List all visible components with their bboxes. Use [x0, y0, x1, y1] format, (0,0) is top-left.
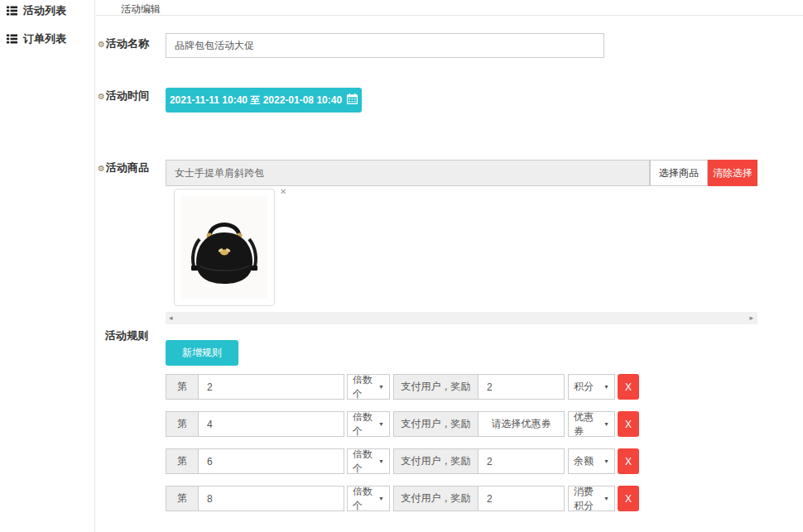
chevron-down-icon: ▼	[603, 496, 609, 501]
rule-prefix-addon: 第	[166, 411, 199, 437]
remove-thumbnail-icon[interactable]: ✕	[280, 188, 286, 196]
chevron-down-icon: ▼	[378, 458, 384, 464]
delete-rule-button[interactable]: X	[618, 486, 639, 511]
date-range-text: 2021-11-11 10:40 至 2022-01-08 10:40	[170, 93, 342, 108]
date-range-picker-button[interactable]: 2021-11-11 10:40 至 2022-01-08 10:40	[166, 88, 362, 113]
delete-rule-button[interactable]: X	[618, 448, 639, 474]
rule-unit-select[interactable]: 倍数个▼	[347, 448, 390, 474]
tab-bar: 活动编辑	[96, 0, 803, 16]
gear-icon: ⚙	[98, 92, 105, 101]
sidebar: 活动列表 订单列表	[0, 0, 95, 532]
rule-middle-addon: 支付用户，奖励	[393, 411, 478, 437]
rule-middle-addon: 支付用户，奖励	[393, 486, 478, 511]
rule-reward-input[interactable]	[478, 374, 565, 400]
rule-prefix-addon: 第	[166, 486, 199, 511]
tab-activity-edit[interactable]: 活动编辑	[121, 2, 161, 17]
choose-coupon-button[interactable]: 请选择优惠券	[478, 411, 565, 437]
rule-reward-input[interactable]	[478, 448, 565, 474]
chevron-down-icon: ▼	[378, 496, 384, 501]
select-goods-button[interactable]: 选择商品	[650, 160, 708, 186]
field-label-activity-name: ⚙活动名称	[98, 36, 149, 51]
field-label-activity-time: ⚙活动时间	[98, 89, 149, 103]
field-label-activity-rules: 活动规则	[105, 328, 148, 343]
sidebar-item-order-list[interactable]: 订单列表	[7, 31, 66, 46]
sidebar-item-label: 订单列表	[23, 31, 66, 46]
chevron-down-icon: ▼	[378, 384, 384, 390]
product-thumbnail	[174, 189, 275, 306]
list-icon	[7, 6, 17, 16]
handbag-image	[181, 196, 267, 299]
rule-count-input[interactable]	[198, 448, 344, 474]
field-label-activity-goods: ⚙活动商品	[98, 161, 149, 175]
rule-reward-type-select[interactable]: 优惠券▼	[568, 411, 615, 437]
rule-row: 第 倍数个▼ 支付用户，奖励 余额▼ X	[166, 448, 639, 474]
thumbnails-horizontal-scrollbar[interactable]: ◂ ▸	[166, 312, 757, 324]
chevron-down-icon: ▼	[603, 384, 609, 390]
sidebar-item-activity-list[interactable]: 活动列表	[7, 3, 66, 18]
rule-prefix-addon: 第	[166, 374, 199, 400]
rule-count-input[interactable]	[198, 411, 344, 437]
chevron-down-icon: ▼	[603, 421, 609, 427]
gear-icon: ⚙	[98, 40, 105, 49]
rule-row: 第 倍数个▼ 支付用户，奖励 消费积分▼ X	[166, 486, 639, 511]
rule-unit-select[interactable]: 倍数个▼	[347, 486, 390, 511]
rule-prefix-addon: 第	[166, 448, 199, 474]
list-icon	[7, 34, 17, 44]
rule-reward-type-select[interactable]: 消费积分▼	[568, 486, 615, 511]
chevron-down-icon: ▼	[603, 458, 609, 464]
delete-rule-button[interactable]: X	[618, 374, 639, 400]
scroll-right-icon[interactable]: ▸	[749, 313, 753, 324]
activity-name-input[interactable]	[166, 33, 604, 58]
add-rule-button[interactable]: 新增规则	[166, 340, 238, 366]
selected-goods-field: 女士手提单肩斜跨包	[166, 160, 650, 186]
chevron-down-icon: ▼	[378, 421, 384, 427]
activity-edit-page: 活动列表 订单列表 活动编辑 ⚙活动名称 ⚙活动时间 2021-11-11 10…	[0, 0, 803, 532]
rule-reward-type-select[interactable]: 积分▼	[568, 374, 615, 400]
rule-unit-select[interactable]: 倍数个▼	[347, 411, 390, 437]
rule-middle-addon: 支付用户，奖励	[393, 374, 478, 400]
rule-count-input[interactable]	[198, 374, 344, 400]
rule-row: 第 倍数个▼ 支付用户，奖励 请选择优惠券 优惠券▼ X	[166, 411, 639, 437]
sidebar-item-label: 活动列表	[23, 3, 66, 18]
clear-selection-button[interactable]: 清除选择	[708, 160, 757, 186]
scroll-left-icon[interactable]: ◂	[169, 313, 173, 324]
calendar-icon	[347, 93, 358, 107]
rule-reward-input[interactable]	[478, 486, 565, 511]
rule-reward-type-select[interactable]: 余额▼	[568, 448, 615, 474]
rule-count-input[interactable]	[198, 486, 344, 511]
delete-rule-button[interactable]: X	[618, 411, 639, 437]
gear-icon: ⚙	[98, 164, 105, 173]
rule-unit-select[interactable]: 倍数个▼	[347, 374, 390, 400]
rule-middle-addon: 支付用户，奖励	[393, 448, 478, 474]
rule-row: 第 倍数个▼ 支付用户，奖励 积分▼ X	[166, 374, 639, 400]
